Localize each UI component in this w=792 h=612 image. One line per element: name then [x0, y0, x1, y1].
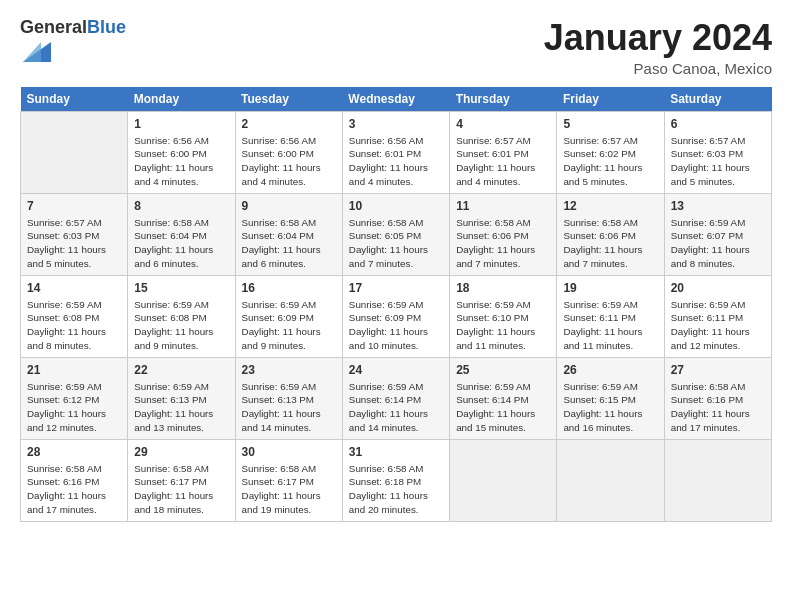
col-thursday: Thursday — [450, 87, 557, 112]
day-info: Sunrise: 6:59 AM Sunset: 6:09 PM Dayligh… — [242, 298, 336, 353]
day-number: 12 — [563, 198, 657, 214]
table-row — [450, 439, 557, 521]
table-row: 21Sunrise: 6:59 AM Sunset: 6:12 PM Dayli… — [21, 357, 128, 439]
title-location: Paso Canoa, Mexico — [544, 60, 772, 77]
day-info: Sunrise: 6:59 AM Sunset: 6:14 PM Dayligh… — [349, 380, 443, 435]
week-row-2: 7Sunrise: 6:57 AM Sunset: 6:03 PM Daylig… — [21, 193, 772, 275]
day-info: Sunrise: 6:58 AM Sunset: 6:16 PM Dayligh… — [671, 380, 765, 435]
day-info: Sunrise: 6:59 AM Sunset: 6:08 PM Dayligh… — [134, 298, 228, 353]
week-row-1: 1Sunrise: 6:56 AM Sunset: 6:00 PM Daylig… — [21, 111, 772, 193]
day-number: 15 — [134, 280, 228, 296]
day-info: Sunrise: 6:58 AM Sunset: 6:06 PM Dayligh… — [456, 216, 550, 271]
day-info: Sunrise: 6:59 AM Sunset: 6:08 PM Dayligh… — [27, 298, 121, 353]
table-row: 7Sunrise: 6:57 AM Sunset: 6:03 PM Daylig… — [21, 193, 128, 275]
day-info: Sunrise: 6:58 AM Sunset: 6:06 PM Dayligh… — [563, 216, 657, 271]
table-row: 24Sunrise: 6:59 AM Sunset: 6:14 PM Dayli… — [342, 357, 449, 439]
col-saturday: Saturday — [664, 87, 771, 112]
table-row — [21, 111, 128, 193]
table-row: 6Sunrise: 6:57 AM Sunset: 6:03 PM Daylig… — [664, 111, 771, 193]
table-row: 11Sunrise: 6:58 AM Sunset: 6:06 PM Dayli… — [450, 193, 557, 275]
svg-marker-1 — [23, 42, 41, 62]
day-number: 21 — [27, 362, 121, 378]
day-info: Sunrise: 6:56 AM Sunset: 6:00 PM Dayligh… — [134, 134, 228, 189]
day-number: 14 — [27, 280, 121, 296]
calendar-table: Sunday Monday Tuesday Wednesday Thursday… — [20, 87, 772, 522]
col-sunday: Sunday — [21, 87, 128, 112]
col-tuesday: Tuesday — [235, 87, 342, 112]
day-info: Sunrise: 6:59 AM Sunset: 6:13 PM Dayligh… — [242, 380, 336, 435]
table-row: 1Sunrise: 6:56 AM Sunset: 6:00 PM Daylig… — [128, 111, 235, 193]
logo: GeneralBlue — [20, 18, 126, 70]
day-number: 28 — [27, 444, 121, 460]
day-number: 22 — [134, 362, 228, 378]
table-row: 16Sunrise: 6:59 AM Sunset: 6:09 PM Dayli… — [235, 275, 342, 357]
day-number: 10 — [349, 198, 443, 214]
day-info: Sunrise: 6:58 AM Sunset: 6:04 PM Dayligh… — [134, 216, 228, 271]
day-number: 16 — [242, 280, 336, 296]
day-info: Sunrise: 6:58 AM Sunset: 6:16 PM Dayligh… — [27, 462, 121, 517]
day-number: 25 — [456, 362, 550, 378]
logo-icon — [23, 38, 51, 66]
day-number: 29 — [134, 444, 228, 460]
day-info: Sunrise: 6:59 AM Sunset: 6:10 PM Dayligh… — [456, 298, 550, 353]
table-row: 12Sunrise: 6:58 AM Sunset: 6:06 PM Dayli… — [557, 193, 664, 275]
day-number: 19 — [563, 280, 657, 296]
logo-general-text: General — [20, 17, 87, 37]
day-info: Sunrise: 6:57 AM Sunset: 6:01 PM Dayligh… — [456, 134, 550, 189]
table-row: 19Sunrise: 6:59 AM Sunset: 6:11 PM Dayli… — [557, 275, 664, 357]
day-number: 26 — [563, 362, 657, 378]
day-info: Sunrise: 6:56 AM Sunset: 6:01 PM Dayligh… — [349, 134, 443, 189]
day-info: Sunrise: 6:57 AM Sunset: 6:02 PM Dayligh… — [563, 134, 657, 189]
day-number: 24 — [349, 362, 443, 378]
day-info: Sunrise: 6:59 AM Sunset: 6:13 PM Dayligh… — [134, 380, 228, 435]
day-info: Sunrise: 6:59 AM Sunset: 6:09 PM Dayligh… — [349, 298, 443, 353]
title-block: January 2024 Paso Canoa, Mexico — [544, 18, 772, 77]
day-info: Sunrise: 6:57 AM Sunset: 6:03 PM Dayligh… — [671, 134, 765, 189]
day-info: Sunrise: 6:58 AM Sunset: 6:17 PM Dayligh… — [242, 462, 336, 517]
col-monday: Monday — [128, 87, 235, 112]
day-number: 13 — [671, 198, 765, 214]
table-row: 5Sunrise: 6:57 AM Sunset: 6:02 PM Daylig… — [557, 111, 664, 193]
day-number: 4 — [456, 116, 550, 132]
table-row: 26Sunrise: 6:59 AM Sunset: 6:15 PM Dayli… — [557, 357, 664, 439]
day-number: 18 — [456, 280, 550, 296]
day-info: Sunrise: 6:59 AM Sunset: 6:11 PM Dayligh… — [671, 298, 765, 353]
day-info: Sunrise: 6:59 AM Sunset: 6:07 PM Dayligh… — [671, 216, 765, 271]
day-number: 1 — [134, 116, 228, 132]
table-row: 14Sunrise: 6:59 AM Sunset: 6:08 PM Dayli… — [21, 275, 128, 357]
header: GeneralBlue January 2024 Paso Canoa, Mex… — [20, 18, 772, 77]
table-row: 3Sunrise: 6:56 AM Sunset: 6:01 PM Daylig… — [342, 111, 449, 193]
day-info: Sunrise: 6:59 AM Sunset: 6:14 PM Dayligh… — [456, 380, 550, 435]
table-row: 17Sunrise: 6:59 AM Sunset: 6:09 PM Dayli… — [342, 275, 449, 357]
header-row: Sunday Monday Tuesday Wednesday Thursday… — [21, 87, 772, 112]
table-row: 15Sunrise: 6:59 AM Sunset: 6:08 PM Dayli… — [128, 275, 235, 357]
table-row: 31Sunrise: 6:58 AM Sunset: 6:18 PM Dayli… — [342, 439, 449, 521]
table-row: 27Sunrise: 6:58 AM Sunset: 6:16 PM Dayli… — [664, 357, 771, 439]
day-number: 6 — [671, 116, 765, 132]
table-row: 29Sunrise: 6:58 AM Sunset: 6:17 PM Dayli… — [128, 439, 235, 521]
page: GeneralBlue January 2024 Paso Canoa, Mex… — [0, 0, 792, 612]
table-row — [557, 439, 664, 521]
day-number: 8 — [134, 198, 228, 214]
table-row: 9Sunrise: 6:58 AM Sunset: 6:04 PM Daylig… — [235, 193, 342, 275]
table-row: 28Sunrise: 6:58 AM Sunset: 6:16 PM Dayli… — [21, 439, 128, 521]
table-row: 20Sunrise: 6:59 AM Sunset: 6:11 PM Dayli… — [664, 275, 771, 357]
logo-blue-text: Blue — [87, 17, 126, 37]
day-number: 30 — [242, 444, 336, 460]
table-row — [664, 439, 771, 521]
day-info: Sunrise: 6:56 AM Sunset: 6:00 PM Dayligh… — [242, 134, 336, 189]
col-friday: Friday — [557, 87, 664, 112]
week-row-4: 21Sunrise: 6:59 AM Sunset: 6:12 PM Dayli… — [21, 357, 772, 439]
week-row-5: 28Sunrise: 6:58 AM Sunset: 6:16 PM Dayli… — [21, 439, 772, 521]
table-row: 4Sunrise: 6:57 AM Sunset: 6:01 PM Daylig… — [450, 111, 557, 193]
day-info: Sunrise: 6:58 AM Sunset: 6:18 PM Dayligh… — [349, 462, 443, 517]
day-info: Sunrise: 6:57 AM Sunset: 6:03 PM Dayligh… — [27, 216, 121, 271]
table-row: 13Sunrise: 6:59 AM Sunset: 6:07 PM Dayli… — [664, 193, 771, 275]
day-number: 20 — [671, 280, 765, 296]
day-number: 3 — [349, 116, 443, 132]
day-info: Sunrise: 6:58 AM Sunset: 6:04 PM Dayligh… — [242, 216, 336, 271]
day-info: Sunrise: 6:59 AM Sunset: 6:12 PM Dayligh… — [27, 380, 121, 435]
col-wednesday: Wednesday — [342, 87, 449, 112]
day-info: Sunrise: 6:58 AM Sunset: 6:05 PM Dayligh… — [349, 216, 443, 271]
day-number: 31 — [349, 444, 443, 460]
